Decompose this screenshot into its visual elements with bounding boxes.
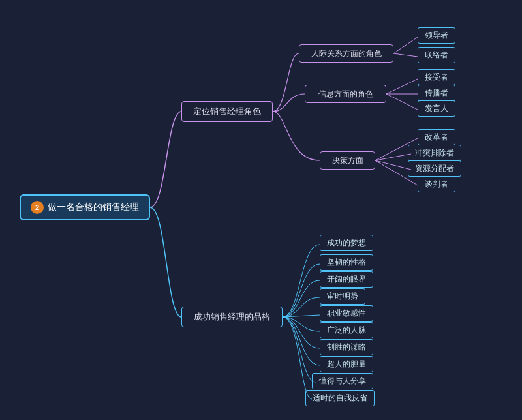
leaf-1: 联络者: [418, 47, 455, 63]
leaf-14: 广泛的人脉: [320, 322, 373, 338]
leaf-6: 冲突排除者: [408, 145, 461, 161]
subbranch-2: 信息方面的角色: [305, 85, 386, 103]
leaf-17: 懂得与人分享: [312, 373, 373, 389]
leaf-5: 改革者: [418, 129, 455, 145]
branch1-label: 定位销售经理角色: [193, 106, 261, 117]
leaf-3: 传播者: [418, 85, 455, 101]
leaf-10: 坚韧的性格: [320, 254, 373, 271]
leaf-8: 谈判者: [418, 176, 455, 192]
leaf-2: 接受者: [418, 69, 455, 85]
root-node: 2 做一名合格的销售经理: [20, 194, 150, 220]
root-label: 做一名合格的销售经理: [48, 202, 139, 213]
leaf-12: 审时明势: [320, 288, 365, 305]
leaf-18: 适时的自我反省: [305, 390, 375, 406]
leaf-13: 职业敏感性: [320, 305, 373, 322]
branch-node-1: 定位销售经理角色: [181, 101, 273, 122]
subbranch-1: 人际关系方面的角色: [299, 44, 393, 63]
leaf-15: 制胜的谋略: [320, 339, 373, 355]
leaf-11: 开阔的眼界: [320, 271, 373, 288]
branch2-label: 成功销售经理的品格: [194, 311, 270, 323]
subbranch-3: 决策方面: [320, 151, 375, 170]
branch-node-2: 成功销售经理的品格: [181, 307, 283, 327]
leaf-4: 发言人: [418, 100, 455, 117]
leaf-16: 超人的胆量: [320, 356, 373, 372]
leaf-9: 成功的梦想: [320, 235, 373, 251]
leaf-7: 资源分配者: [408, 160, 461, 177]
leaf-0: 领导者: [418, 27, 455, 44]
root-badge: 2: [31, 201, 44, 214]
